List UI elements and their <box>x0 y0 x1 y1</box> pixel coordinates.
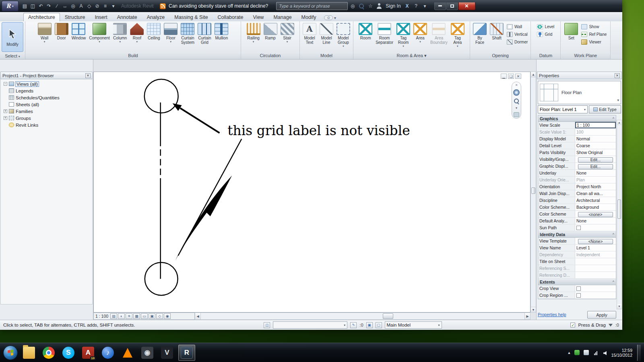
rss-headline[interactable]: Can avoiding obesity stave off mental de… <box>169 3 268 9</box>
tree-item-families[interactable]: +Families <box>1 108 92 115</box>
vlc-player-button[interactable] <box>119 345 136 361</box>
area-button[interactable]: Area▾ <box>412 22 428 43</box>
panel-label-room-area[interactable]: Room & Area ▾ <box>353 52 470 59</box>
tab-analyze[interactable]: Analyze <box>142 13 169 21</box>
properties-section-extents[interactable]: Extents^ <box>538 279 616 285</box>
search-topics-icon[interactable]: ◎ <box>349 2 357 10</box>
view-restore-icon[interactable]: ❏ <box>508 74 514 79</box>
tab-massing-site[interactable]: Massing & Site <box>169 13 213 21</box>
property-value-dependency[interactable]: Independent <box>575 251 616 258</box>
property-checkbox[interactable] <box>576 293 581 298</box>
property-value-default-analy[interactable]: None <box>575 218 616 224</box>
by-face-button[interactable]: ByFace <box>472 22 488 45</box>
property-value-parts-visibility[interactable]: Show Original <box>575 149 616 156</box>
redo-button[interactable]: ↷ <box>45 2 53 10</box>
vertical-button[interactable]: Vertical <box>506 31 529 38</box>
scroll-down-arrow[interactable]: ▼ <box>531 307 536 312</box>
start-button[interactable] <box>3 346 18 360</box>
property-value-orientation[interactable]: Project North <box>575 183 616 190</box>
shadows-icon[interactable]: ▦ <box>133 313 140 319</box>
minimize-button[interactable] <box>434 2 446 10</box>
worksets-icon[interactable]: ◫ <box>264 322 270 328</box>
save-button[interactable]: ◫ <box>29 2 37 10</box>
properties-section-identity-data[interactable]: Identity Data^ <box>538 231 616 238</box>
tab-structure[interactable]: Structure <box>60 13 90 21</box>
floor-button[interactable]: Floor▾ <box>163 22 179 43</box>
measure-button[interactable]: ∕ <box>53 2 61 10</box>
properties-section-graphics[interactable]: Graphics^ <box>538 115 616 122</box>
view-minimize-icon[interactable]: ▁ <box>501 74 507 79</box>
tab-architecture[interactable]: Architecture <box>23 13 60 21</box>
edit-type-button[interactable]: Edit Type <box>589 105 621 113</box>
dormer-button[interactable]: Dormer <box>506 39 529 45</box>
reveal-hidden-elements-icon[interactable]: ◉ <box>164 313 171 319</box>
show-crop-region-icon[interactable]: ▣ <box>149 313 155 319</box>
tree-item-revit-links[interactable]: Revit Links <box>1 121 92 128</box>
communication-center-icon[interactable] <box>357 2 365 10</box>
tab-view[interactable]: View <box>248 13 269 21</box>
infocenter-banner[interactable]: Can avoiding obesity stave off mental de… <box>160 3 268 9</box>
shaft-button[interactable]: Shaft <box>489 22 505 40</box>
horizontal-scrollbar[interactable]: ◀ ▶ <box>195 313 530 320</box>
tree-item-groups[interactable]: +Groups <box>1 115 92 121</box>
revit-taskbar-button[interactable]: R <box>178 345 195 361</box>
crop-view-icon[interactable]: ▭ <box>141 313 148 319</box>
property-value-crop-region[interactable] <box>575 292 616 298</box>
temporary-hide-isolate-icon[interactable]: ◇ <box>156 313 163 319</box>
scroll-up-arrow[interactable]: ▲ <box>531 72 536 77</box>
property-value-underlay[interactable]: None <box>575 170 616 176</box>
property-value-discipline[interactable]: Architectural <box>575 197 616 204</box>
design-options-icon[interactable]: ▣ <box>366 322 373 328</box>
favorites-star-icon[interactable]: ☆ <box>366 2 374 10</box>
model-line-button[interactable]: ModelLine <box>318 22 334 45</box>
property-value-referencing-s[interactable] <box>575 265 616 272</box>
properties-scroll-up[interactable]: ▲ <box>617 120 621 125</box>
area-boundary-button[interactable]: AreaBoundary <box>429 22 449 45</box>
sign-in-button[interactable]: Sign In <box>386 3 400 9</box>
vertical-scrollbar[interactable]: ▲ ▼ <box>530 72 536 313</box>
property-value-color-scheme[interactable]: <none> <box>575 211 616 217</box>
undo-button[interactable]: ↶ <box>37 2 45 10</box>
drawing-canvas[interactable]: this grid label is not visible ▁ ❏ ✕ ✕ ▾ <box>93 72 530 313</box>
property-value-scale-value-1[interactable]: 100 <box>575 129 616 135</box>
open-button[interactable]: ▤ <box>21 2 29 10</box>
property-value-sun-path[interactable] <box>575 224 616 231</box>
apply-button[interactable]: Apply <box>587 311 616 319</box>
room-button[interactable]: Room <box>357 22 374 40</box>
property-value-button[interactable]: Edit... <box>578 164 613 169</box>
tab-annotate[interactable]: Annotate <box>112 13 142 21</box>
property-value-view-template[interactable]: <None> <box>575 238 616 244</box>
modify-button[interactable]: Modify <box>2 22 23 52</box>
model-group-button[interactable]: ModelGroup▾ <box>335 22 351 47</box>
wall-button[interactable]: Wall▾ <box>37 22 53 43</box>
component-button[interactable]: Component▾ <box>88 22 111 43</box>
scroll-left-arrow[interactable]: ◀ <box>195 313 201 319</box>
detail-level-icon[interactable]: ▤ <box>110 313 117 319</box>
grid-button[interactable]: Grid <box>536 31 555 38</box>
show-button[interactable]: Show <box>580 23 608 30</box>
windows-explorer-button[interactable] <box>21 345 37 361</box>
element-filter-combo[interactable]: Floor Plan: Level 1▾ <box>538 105 588 113</box>
panel-label-opening[interactable]: Opening <box>470 52 530 59</box>
help-menu-arrow[interactable]: ▾ <box>421 2 429 10</box>
properties-scrollbar[interactable]: ▲ ▼ <box>617 120 622 309</box>
itunes-button[interactable]: ♪ <box>99 345 116 361</box>
property-value-button[interactable]: <none> <box>578 212 613 217</box>
property-value-visibility-grap[interactable]: Edit... <box>575 156 616 162</box>
scroll-right-arrow[interactable]: ▶ <box>524 313 530 319</box>
v-app-button[interactable]: V <box>159 345 175 361</box>
properties-scroll-thumb[interactable] <box>617 200 621 219</box>
tab-insert[interactable]: Insert <box>90 13 112 21</box>
curtain-system-button[interactable]: CurtainSystem <box>180 22 196 45</box>
exchange-apps-button[interactable]: X <box>403 2 411 10</box>
horizontal-scroll-thumb[interactable] <box>383 313 393 319</box>
set-button[interactable]: Set <box>563 22 579 40</box>
property-value-view-name[interactable]: Level 1 <box>575 245 616 251</box>
ramp-button[interactable]: Ramp <box>262 22 279 40</box>
thin-lines-button[interactable]: ≡ <box>101 2 109 10</box>
grid-bubble-top[interactable] <box>144 79 178 113</box>
selection-filter-icon[interactable] <box>609 324 613 327</box>
properties-titlebar[interactable]: Properties ✕ <box>537 72 622 79</box>
type-selector[interactable]: Floor Plan ▾ <box>538 81 621 104</box>
section-button[interactable]: ⊘ <box>93 2 101 10</box>
